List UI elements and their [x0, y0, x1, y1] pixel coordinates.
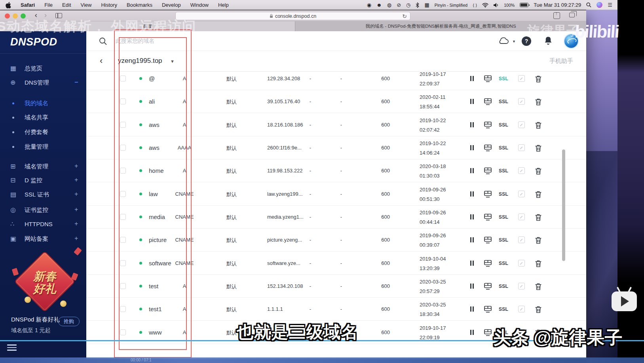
pause-record-icon[interactable] — [470, 122, 474, 127]
chevron-down-icon[interactable]: ▼ — [512, 40, 516, 43]
ssl-button[interactable]: SSL — [499, 261, 508, 266]
ssl-button[interactable]: SSL — [499, 99, 508, 104]
delete-icon[interactable] — [535, 260, 542, 267]
monitor-icon[interactable] — [484, 214, 492, 221]
edit-note-icon[interactable] — [518, 75, 525, 82]
monitor-icon[interactable] — [484, 167, 492, 174]
edit-note-icon[interactable] — [518, 98, 525, 105]
menu-item-safari[interactable]: Safari — [21, 2, 35, 8]
collapse-icon[interactable]: − — [74, 79, 78, 86]
menu-item-edit[interactable]: Edit — [62, 2, 71, 8]
delete-icon[interactable] — [535, 75, 542, 83]
share-icon[interactable] — [553, 12, 560, 19]
input-source-label[interactable]: Pinyin - Simplified — [435, 3, 467, 8]
edit-note-icon[interactable] — [518, 236, 525, 243]
menu-item-file[interactable]: File — [44, 2, 53, 8]
delete-icon[interactable] — [535, 167, 542, 175]
edit-note-icon[interactable] — [518, 306, 525, 312]
ssl-button[interactable]: SSL — [499, 191, 508, 197]
edit-note-icon[interactable] — [518, 283, 525, 289]
video-player-bar[interactable]: 00:00 / 07:1 — [0, 357, 644, 363]
wechat-icon[interactable]: ◍ — [387, 0, 391, 10]
menu-item-history[interactable]: History — [101, 2, 117, 8]
bluetooth-icon[interactable] — [416, 2, 419, 8]
pause-record-icon[interactable] — [470, 330, 474, 335]
monitor-icon[interactable] — [484, 329, 492, 336]
menu-item-help[interactable]: Help — [218, 2, 229, 8]
keyboard-input-icon[interactable]: ▦ — [424, 0, 429, 10]
expand-icon[interactable]: + — [74, 235, 78, 242]
monitor-icon[interactable] — [484, 236, 492, 244]
sidebar-subitem-3[interactable]: 批量管理 — [0, 141, 86, 153]
edit-note-icon[interactable] — [518, 121, 525, 128]
collapse-sidebar-icon[interactable] — [7, 344, 17, 351]
ssl-button[interactable]: SSL — [499, 168, 508, 174]
show-tabs-icon[interactable] — [569, 13, 575, 17]
pause-record-icon[interactable] — [470, 76, 474, 81]
pause-record-icon[interactable] — [470, 306, 474, 312]
pause-record-icon[interactable] — [470, 214, 474, 219]
back-chevron-icon[interactable]: ‹ — [100, 56, 103, 66]
sidebar-item-window[interactable]: ⊞域名管理+ — [0, 161, 86, 173]
pause-record-icon[interactable] — [470, 284, 474, 289]
menu-item-view[interactable]: View — [81, 2, 92, 8]
ssl-button[interactable]: SSL — [499, 76, 508, 81]
monitor-icon[interactable] — [484, 98, 492, 105]
assistant-app-icon[interactable]: ☻ — [376, 0, 382, 10]
expand-icon[interactable]: + — [74, 206, 78, 213]
search-icon[interactable] — [99, 37, 107, 45]
edit-note-icon[interactable] — [518, 214, 525, 220]
monitor-icon[interactable] — [484, 75, 492, 82]
siri-icon[interactable] — [597, 2, 602, 8]
monitor-icon[interactable] — [484, 260, 492, 267]
volume-icon[interactable] — [494, 3, 499, 8]
sidebar-subitem-2[interactable]: 付费套餐 — [0, 127, 86, 138]
sidebar-item-filing[interactable]: ▣网站备案+ — [0, 233, 86, 245]
sidebar-item-monitor[interactable]: ⊟D 监控+ — [0, 175, 86, 187]
delete-icon[interactable] — [535, 98, 542, 106]
delete-icon[interactable] — [535, 144, 542, 152]
ssl-button[interactable]: SSL — [499, 306, 508, 312]
spotlight-icon[interactable] — [586, 2, 591, 8]
edit-note-icon[interactable] — [518, 144, 525, 151]
pause-record-icon[interactable] — [470, 168, 474, 173]
pause-record-icon[interactable] — [470, 261, 474, 266]
delete-icon[interactable] — [535, 283, 542, 290]
monitor-icon[interactable] — [484, 191, 492, 198]
address-bar[interactable]: console.dnspod.cn ↻ — [175, 12, 410, 20]
sidebar-item-dns-management[interactable]: ⊕ DNS管理 − — [0, 77, 86, 89]
delete-icon[interactable] — [535, 121, 542, 129]
screen-record-icon[interactable]: ◉ — [367, 0, 371, 10]
monitor-icon[interactable] — [484, 306, 492, 313]
wifi-icon[interactable] — [482, 3, 488, 8]
edit-note-icon[interactable] — [518, 167, 525, 174]
delete-icon[interactable] — [535, 306, 542, 313]
dnspod-logo[interactable]: DNSPOD — [10, 36, 57, 48]
menu-item-develop[interactable]: Develop — [162, 2, 181, 8]
edit-note-icon[interactable] — [518, 260, 525, 267]
delete-icon[interactable] — [535, 236, 542, 244]
ssl-button[interactable]: SSL — [499, 214, 508, 220]
expand-icon[interactable]: + — [74, 176, 78, 183]
text-expander-icon[interactable]: ⟨ ⟩ — [473, 3, 477, 8]
edit-note-icon[interactable] — [518, 191, 525, 197]
delete-icon[interactable] — [535, 191, 542, 198]
pause-record-icon[interactable] — [470, 145, 474, 150]
delete-icon[interactable] — [535, 214, 542, 221]
menu-item-bookmarks[interactable]: Bookmarks — [127, 2, 152, 8]
notification-center-icon[interactable]: ☰ — [608, 0, 612, 10]
sidebar-item-nodes[interactable]: ∴HTTPDNS+ — [0, 219, 86, 231]
expand-icon[interactable]: + — [74, 220, 78, 227]
ssl-button[interactable]: SSL — [499, 145, 508, 151]
menu-item-window[interactable]: Window — [190, 2, 209, 8]
sidebar-item-overview[interactable]: ▦ 总览页 — [0, 63, 86, 75]
pause-record-icon[interactable] — [470, 191, 474, 197]
sidebar-subitem-0[interactable]: 我的域名 — [0, 98, 86, 110]
ssl-button[interactable]: SSL — [499, 237, 508, 243]
pause-record-icon[interactable] — [470, 99, 474, 104]
time-machine-icon[interactable]: ◷ — [406, 0, 410, 10]
phone-assistant-label[interactable]: 手机助手 — [549, 57, 573, 65]
promo-buy-button[interactable]: 抢购 — [58, 317, 80, 326]
expand-icon[interactable]: + — [74, 191, 78, 198]
sidebar-subitem-1[interactable]: 域名共享 — [0, 112, 86, 124]
